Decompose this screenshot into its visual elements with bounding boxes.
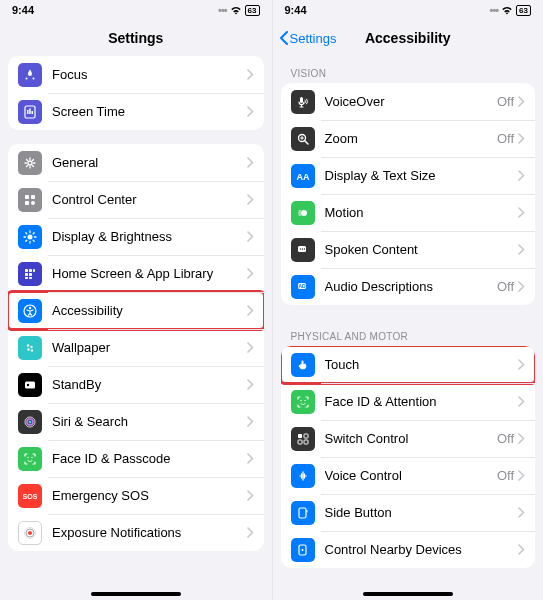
motion-icon (291, 201, 315, 225)
nav-bar: Settings Accessibility (273, 20, 544, 56)
section-header-physical: Physical and Motor (281, 319, 536, 346)
voiceover-icon (291, 90, 315, 114)
chevron-right-icon (518, 359, 525, 370)
home-indicator[interactable] (91, 592, 181, 596)
row-emergency-sos[interactable]: SOSEmergency SOS (8, 477, 264, 514)
home-indicator[interactable] (363, 592, 453, 596)
row-label: Siri & Search (52, 414, 247, 429)
svg-text:AD: AD (298, 283, 306, 289)
general-icon (18, 151, 42, 175)
zoom-icon (291, 127, 315, 151)
svg-rect-7 (25, 201, 29, 205)
accessibility-list[interactable]: Vision VoiceOverOffZoomOffAADisplay & Te… (273, 56, 544, 600)
svg-rect-23 (25, 381, 35, 388)
row-switch-control[interactable]: Switch ControlOff (281, 420, 536, 457)
svg-rect-15 (25, 277, 28, 279)
row-label: Home Screen & App Library (52, 266, 247, 281)
svg-rect-1 (27, 110, 29, 114)
row-general[interactable]: General (8, 144, 264, 181)
svg-rect-47 (304, 434, 308, 438)
svg-point-8 (31, 201, 35, 205)
row-control-nearby[interactable]: Control Nearby Devices (281, 531, 536, 568)
row-focus[interactable]: Focus (8, 56, 264, 93)
row-screen-time[interactable]: Screen Time (8, 93, 264, 130)
svg-rect-46 (298, 434, 302, 438)
row-label: Emergency SOS (52, 488, 247, 503)
row-label: VoiceOver (325, 94, 497, 109)
touch-icon (291, 353, 315, 377)
back-button[interactable]: Settings (279, 31, 337, 46)
row-value: Off (497, 131, 514, 146)
svg-rect-14 (29, 273, 32, 276)
row-standby[interactable]: StandBy (8, 366, 264, 403)
svg-text:SOS: SOS (23, 493, 37, 500)
row-value: Off (497, 279, 514, 294)
svg-rect-2 (29, 108, 31, 114)
section-header-vision: Vision (281, 56, 536, 83)
row-display-text-size[interactable]: AADisplay & Text Size (281, 157, 536, 194)
row-exposure-notifications[interactable]: Exposure Notifications (8, 514, 264, 551)
svg-point-53 (301, 549, 303, 551)
row-touch[interactable]: Touch (281, 346, 536, 383)
status-time: 9:44 (285, 4, 307, 16)
row-display-brightness[interactable]: Display & Brightness (8, 218, 264, 255)
chevron-right-icon (247, 157, 254, 168)
chevron-right-icon (247, 106, 254, 117)
row-siri-search[interactable]: Siri & Search (8, 403, 264, 440)
row-label: General (52, 155, 247, 170)
row-faceid-attention[interactable]: Face ID & Attention (281, 383, 536, 420)
svg-rect-51 (306, 510, 307, 513)
row-audio-descriptions[interactable]: ADAudio DescriptionsOff (281, 268, 536, 305)
screen-time-icon (18, 100, 42, 124)
accessibility-screen: 9:44 ••• 63 Settings Accessibility Visio… (272, 0, 544, 600)
svg-point-45 (304, 399, 305, 400)
battery-icon: 63 (245, 5, 260, 16)
control-center-icon (18, 188, 42, 212)
group-general: GeneralControl CenterDisplay & Brightnes… (8, 144, 264, 551)
page-title: Settings (108, 30, 163, 46)
svg-rect-16 (29, 277, 32, 279)
row-control-center[interactable]: Control Center (8, 181, 264, 218)
svg-rect-10 (25, 269, 28, 272)
svg-point-21 (27, 348, 29, 350)
row-label: Audio Descriptions (325, 279, 497, 294)
chevron-right-icon (247, 305, 254, 316)
switch-control-icon (291, 427, 315, 451)
chevron-right-icon (518, 170, 525, 181)
chevron-right-icon (518, 470, 525, 481)
row-label: Face ID & Passcode (52, 451, 247, 466)
settings-list[interactable]: FocusScreen Time GeneralControl CenterDi… (0, 56, 272, 600)
row-zoom[interactable]: ZoomOff (281, 120, 536, 157)
row-accessibility[interactable]: Accessibility (8, 292, 264, 329)
status-time: 9:44 (12, 4, 34, 16)
row-side-button[interactable]: Side Button (281, 494, 536, 531)
row-label: Exposure Notifications (52, 525, 247, 540)
row-voice-control[interactable]: Voice ControlOff (281, 457, 536, 494)
chevron-right-icon (518, 244, 525, 255)
svg-point-44 (300, 399, 301, 400)
row-motion[interactable]: Motion (281, 194, 536, 231)
row-home-screen[interactable]: Home Screen & App Library (8, 255, 264, 292)
svg-point-37 (301, 210, 307, 216)
emergency-sos-icon: SOS (18, 484, 42, 508)
display-brightness-icon (18, 225, 42, 249)
svg-point-29 (31, 456, 32, 457)
status-bar: 9:44 ••• 63 (273, 0, 544, 20)
settings-screen: 9:44 ••• 63 Settings FocusScreen Time Ge… (0, 0, 272, 600)
row-voiceover[interactable]: VoiceOverOff (281, 83, 536, 120)
chevron-right-icon (247, 527, 254, 538)
faceid-passcode-icon (18, 447, 42, 471)
faceid-attention-icon (291, 390, 315, 414)
row-value: Off (497, 94, 514, 109)
row-faceid-passcode[interactable]: Face ID & Passcode (8, 440, 264, 477)
battery-icon: 63 (516, 5, 531, 16)
chevron-left-icon (279, 31, 288, 45)
status-indicators: ••• 63 (218, 4, 259, 16)
row-wallpaper[interactable]: Wallpaper (8, 329, 264, 366)
focus-icon (18, 63, 42, 87)
row-label: StandBy (52, 377, 247, 392)
row-spoken-content[interactable]: Spoken Content (281, 231, 536, 268)
svg-point-24 (27, 383, 29, 385)
audio-descriptions-icon: AD (291, 275, 315, 299)
svg-text:AA: AA (296, 171, 309, 181)
